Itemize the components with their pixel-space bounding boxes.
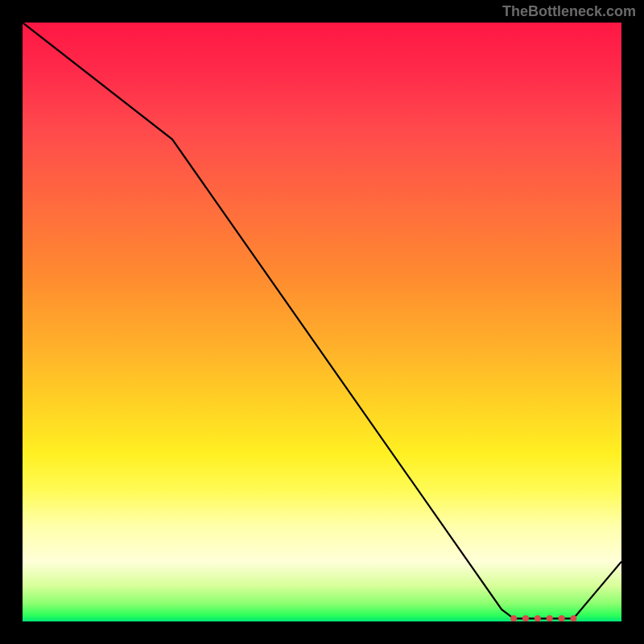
chart-marker bbox=[522, 615, 529, 621]
chart-marker bbox=[570, 615, 576, 621]
chart-marker bbox=[535, 615, 541, 621]
chart-marker bbox=[547, 615, 553, 621]
chart-svg bbox=[23, 23, 621, 621]
chart-marker bbox=[559, 615, 565, 621]
chart-marker bbox=[510, 615, 517, 621]
chart-plot-area bbox=[23, 23, 621, 621]
attribution-text: TheBottleneck.com bbox=[502, 3, 636, 20]
chart-line bbox=[23, 23, 621, 618]
